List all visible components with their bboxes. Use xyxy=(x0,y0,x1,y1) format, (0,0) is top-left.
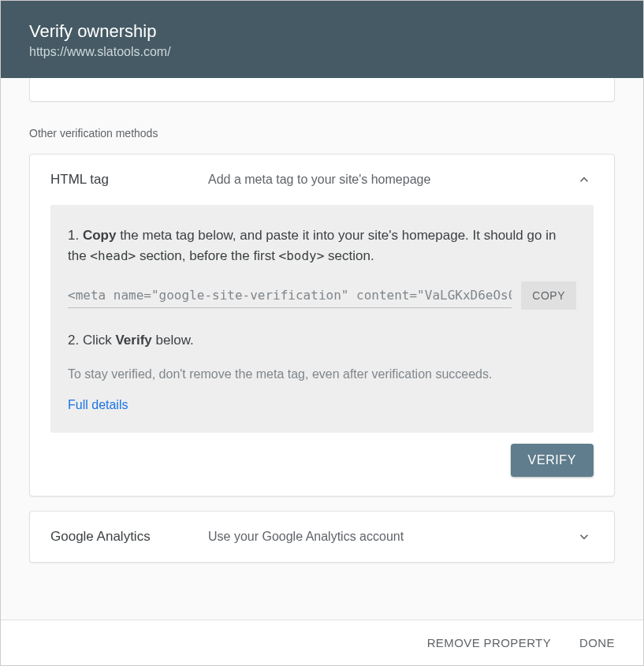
step-1-text-b: section, before the first xyxy=(136,248,278,263)
method-desc: Use your Google Analytics account xyxy=(208,530,575,544)
method-name: Google Analytics xyxy=(50,529,208,545)
verify-ownership-dialog: Verify ownership https://www.slatools.co… xyxy=(0,0,644,666)
chevron-down-icon xyxy=(575,527,594,546)
other-methods-label: Other verification methods xyxy=(29,127,615,140)
step-1: 1. Copy the meta tag below, and paste it… xyxy=(68,225,576,266)
dialog-title: Verify ownership xyxy=(29,21,615,42)
verify-row: VERIFY xyxy=(50,444,594,477)
method-card-html-tag: HTML tag Add a meta tag to your site's h… xyxy=(29,154,615,497)
dialog-header: Verify ownership https://www.slatools.co… xyxy=(1,1,643,78)
step-2: 2. Click Verify below. xyxy=(68,330,576,351)
method-header-google-analytics[interactable]: Google Analytics Use your Google Analyti… xyxy=(30,512,614,562)
method-header-html-tag[interactable]: HTML tag Add a meta tag to your site's h… xyxy=(30,154,614,205)
meta-tag-row: COPY xyxy=(68,281,576,310)
persistence-note: To stay verified, don't remove the meta … xyxy=(68,365,576,384)
step-1-body-tag: <body> xyxy=(279,248,325,263)
done-button[interactable]: DONE xyxy=(579,636,615,649)
step-2-text-a: 2. Click xyxy=(68,333,115,348)
step-1-number: 1. xyxy=(68,228,83,243)
full-details-link[interactable]: Full details xyxy=(68,398,128,411)
meta-tag-input[interactable] xyxy=(68,283,512,308)
step-2-bold: Verify xyxy=(115,333,151,348)
step-1-text-c: section. xyxy=(324,248,374,263)
chevron-up-icon xyxy=(575,170,594,189)
step-1-head-tag: <head> xyxy=(90,248,136,263)
method-body-html-tag: 1. Copy the meta tag below, and paste it… xyxy=(30,205,614,496)
dialog-content[interactable]: Other verification methods HTML tag Add … xyxy=(1,78,643,619)
method-name: HTML tag xyxy=(50,172,208,188)
dialog-footer: REMOVE PROPERTY DONE xyxy=(1,619,643,665)
step-2-text-b: below. xyxy=(152,333,194,348)
previous-card-edge xyxy=(29,78,615,102)
verify-button[interactable]: VERIFY xyxy=(511,444,594,477)
remove-property-button[interactable]: REMOVE PROPERTY xyxy=(427,636,551,649)
property-url: https://www.slatools.com/ xyxy=(29,45,615,59)
step-1-bold: Copy xyxy=(83,228,117,243)
copy-button[interactable]: COPY xyxy=(521,281,576,310)
method-desc: Add a meta tag to your site's homepage xyxy=(208,173,575,187)
instructions-box: 1. Copy the meta tag below, and paste it… xyxy=(50,205,594,433)
method-card-google-analytics: Google Analytics Use your Google Analyti… xyxy=(29,511,615,563)
